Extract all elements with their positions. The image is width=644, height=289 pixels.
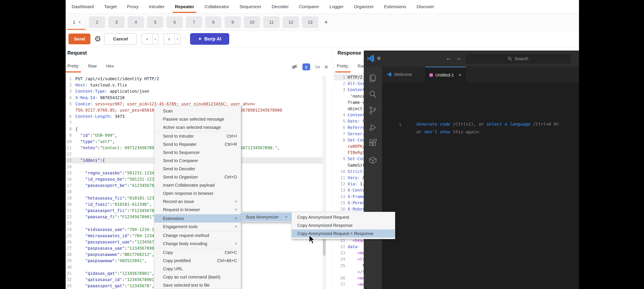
response-view-tab-pretty[interactable]: Pretty [337, 64, 348, 71]
menu-item-change-body-encoding[interactable]: Change body encoding> [154, 240, 241, 248]
repeater-tab-2[interactable]: 2 [89, 16, 105, 28]
main-tab-proxy[interactable]: Proxy [122, 0, 144, 13]
menu-item-engagement-tools[interactable]: Engagement tools> [154, 223, 241, 231]
line-number: 20 [66, 201, 72, 208]
mouse-cursor [308, 235, 316, 244]
main-tab-target[interactable]: Target [99, 0, 122, 13]
repeater-tab-9[interactable]: 9 [224, 16, 241, 28]
menu-item-record-an-issue[interactable]: Record an issue> [154, 197, 241, 206]
main-tab-logger[interactable]: Logger [324, 0, 349, 13]
repeater-tab-5[interactable]: 5 [147, 16, 163, 28]
menu-item-open-response-in-browser[interactable]: Open response in browser [154, 189, 241, 197]
run-debug-icon[interactable] [368, 123, 377, 132]
menu-item-copy-url[interactable]: Copy URL [154, 265, 241, 273]
main-tab-comparer[interactable]: Comparer [294, 0, 324, 13]
vscode-file-logo-icon [387, 72, 392, 77]
vscode-menu-icon[interactable]: ≡ [377, 55, 380, 62]
menu-item-send-to-decoder[interactable]: Send to Decoder [154, 165, 241, 173]
cube-extension-icon[interactable] [368, 156, 377, 165]
json-pretty-toggle-icon[interactable]: {} [302, 63, 310, 70]
menu-item-copy-anonymized-request-response[interactable]: Copy Anonymized Request + Response [292, 230, 395, 238]
main-tab-dashboard[interactable]: Dashboard [66, 0, 99, 13]
vscode-editor[interactable]: 1 Generate code (Ctrl+I), or select a la… [382, 82, 579, 289]
pane-divider[interactable] [333, 48, 333, 289]
forward-dropdown-caret[interactable]: ∨ [174, 34, 180, 44]
menu-item-request-in-browser[interactable]: Request in browser> [154, 206, 241, 214]
menu-item-save-selected-text-to-file[interactable]: Save selected text to file [154, 281, 241, 289]
menu-item-copy-anonymized-response[interactable]: Copy Anonymized Response [292, 221, 395, 230]
back-dropdown-caret[interactable]: ∨ [152, 34, 158, 44]
hide-eye-icon[interactable] [291, 64, 298, 70]
menu-item-passive-scan-selected-message[interactable]: Passive scan selected message [154, 115, 241, 123]
main-tab-intruder[interactable]: Intruder [144, 0, 170, 13]
main-tab-collaborator[interactable]: Collaborator [199, 0, 234, 13]
line-number: 23 [66, 220, 72, 226]
line-number: 15 [66, 170, 72, 176]
editor-hint-link[interactable]: Generate code [416, 121, 450, 127]
vscode-search-box[interactable]: Search [465, 53, 571, 64]
gear-icon[interactable]: ⚙ [94, 34, 101, 43]
request-scrollbar[interactable] [322, 76, 326, 289]
main-tab-sequencer[interactable]: Sequencer [234, 0, 266, 13]
search-sidebar-icon[interactable] [368, 90, 377, 99]
line-number: 25 [334, 263, 345, 269]
tab-welcome[interactable]: Welcome [382, 67, 416, 82]
menu-item-copy[interactable]: CopyCtrl+C [154, 248, 241, 257]
repeater-tab-1-selected[interactable]: 1× [68, 16, 86, 28]
menu-item-send-to-repeater[interactable]: Send to RepeaterCtrl+R [154, 140, 241, 148]
newline-toggle-icon[interactable]: \n [315, 64, 320, 69]
menu-item-scan[interactable]: Scan [154, 107, 241, 115]
menu-item-send-to-sequencer[interactable]: Send to Sequencer [154, 148, 241, 157]
repeater-tab-3[interactable]: 3 [108, 16, 124, 28]
line-number [334, 269, 345, 275]
menu-item-copy-prettified[interactable]: Copy prettifiedCtrl+Alt+C [154, 257, 241, 265]
toolbar-divider [185, 35, 186, 43]
back-arrow-button[interactable]: ‹ [142, 34, 152, 44]
menu-item-send-to-comparer[interactable]: Send to Comparer [154, 157, 241, 165]
main-tab-repeater[interactable]: Repeater [170, 0, 199, 13]
forward-arrow-button[interactable]: › [164, 34, 174, 44]
repeater-tab-8[interactable]: 8 [205, 16, 222, 28]
main-tab-organizer[interactable]: Organizer [349, 0, 379, 13]
tab-untitled-1[interactable]: Untitled-1 × [425, 67, 466, 83]
repeater-tab-4[interactable]: 4 [128, 16, 144, 28]
add-repeater-tab-button[interactable]: + [321, 16, 331, 28]
burp-ai-button[interactable]: ✦ Burp AI [190, 33, 229, 45]
request-view-tab-hex[interactable]: Hex [106, 64, 114, 71]
repeater-tab-12[interactable]: 12 [282, 16, 299, 28]
line-number: 23 [334, 250, 345, 256]
request-view-tab-raw[interactable]: Raw [88, 64, 97, 71]
menu-item-active-scan-selected-message[interactable]: Active scan selected message [154, 123, 241, 131]
menu-item-burp-anonymizer[interactable]: Burp Anonymizer > [241, 213, 291, 222]
repeater-tab-6[interactable]: 6 [166, 16, 183, 28]
nav-back-icon[interactable]: ← [446, 55, 452, 61]
request-view-tab-pretty[interactable]: Pretty [67, 64, 78, 71]
extensions-icon[interactable] [368, 139, 377, 148]
main-tab-discover[interactable]: Discover [411, 0, 439, 13]
menu-item-extensions[interactable]: Extensions> [154, 214, 241, 223]
explorer-icon[interactable] [368, 73, 377, 83]
cancel-button[interactable]: Cancel [104, 33, 137, 45]
editor-hint-link[interactable]: don't show [424, 129, 450, 134]
repeater-tab-10[interactable]: 10 [244, 16, 260, 28]
line-number: 22 [66, 214, 72, 220]
editor-hint-link[interactable]: select a language [486, 121, 530, 127]
send-button[interactable]: Send [68, 33, 90, 44]
menu-item-change-request-method[interactable]: Change request method [154, 231, 241, 240]
close-repeater-tab-icon[interactable]: × [78, 20, 81, 25]
main-tab-extensions[interactable]: Extensions [379, 0, 411, 13]
menu-item-send-to-intruder[interactable]: Send to IntruderCtrl+I [154, 132, 241, 140]
menu-item-copy-anonymized-request[interactable]: Copy Anonymized Request [292, 213, 395, 221]
repeater-tab-7[interactable]: 7 [186, 16, 202, 28]
repeater-tab-11[interactable]: 11 [263, 16, 280, 28]
repeater-tab-13[interactable]: 13 [302, 16, 318, 28]
source-control-icon[interactable] [368, 106, 377, 115]
menu-item-insert-collaborator-payload[interactable]: Insert Collaborator payload [154, 181, 241, 189]
menu-item-send-to-organizer[interactable]: Send to OrganizerCtrl+O [154, 173, 241, 181]
request-view-icons: {} \n ≡ [291, 63, 328, 70]
menu-item-copy-as-curl-command-bash[interactable]: Copy as curl command (bash) [154, 273, 241, 281]
close-tab-icon[interactable]: × [459, 72, 462, 78]
nav-forward-icon[interactable]: → [456, 55, 462, 61]
editor-menu-icon[interactable]: ≡ [324, 64, 328, 70]
main-tab-decoder[interactable]: Decoder [266, 0, 294, 13]
